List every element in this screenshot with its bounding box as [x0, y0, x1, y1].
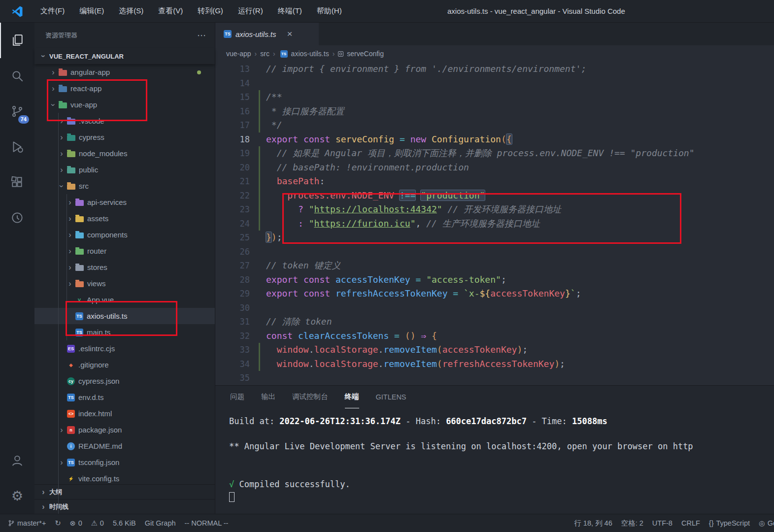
- chevron-right-icon[interactable]: ›: [58, 426, 66, 434]
- code-line-17[interactable]: 17 */: [215, 118, 774, 133]
- code-line-34[interactable]: 34 window.localStorage.removeItem(refres…: [215, 357, 774, 371]
- code-line-16[interactable]: 16 * 接口服务器配置: [215, 104, 774, 119]
- tree-item-.gitignore[interactable]: ◆.gitignore: [34, 357, 215, 373]
- accounts-icon[interactable]: [0, 443, 34, 478]
- chevron-down-icon[interactable]: ›: [49, 101, 58, 109]
- code-editor[interactable]: 13// import { environment } from './envi…: [215, 62, 774, 385]
- line-number[interactable]: 23: [215, 202, 250, 217]
- tree-item-vue-app[interactable]: ›vue-app: [34, 97, 215, 113]
- line-number[interactable]: 22: [215, 189, 250, 203]
- tree-item-.eslintrc.cjs[interactable]: ES.eslintrc.cjs: [34, 340, 215, 357]
- line-number[interactable]: 17: [215, 118, 250, 133]
- tree-item-src[interactable]: ›src: [34, 178, 215, 194]
- extensions-icon[interactable]: [0, 165, 34, 200]
- chevron-right-icon[interactable]: ›: [66, 231, 74, 239]
- status-warnings[interactable]: ⚠0: [91, 519, 104, 527]
- chevron-right-icon[interactable]: ›: [49, 84, 57, 93]
- line-number[interactable]: 16: [215, 104, 250, 119]
- timeline-section[interactable]: › 时间线: [34, 499, 215, 514]
- menu-go[interactable]: 转到(G): [192, 4, 229, 18]
- tree-item-tsconfig.json[interactable]: ›TStsconfig.json: [34, 454, 215, 470]
- line-number[interactable]: 13: [215, 62, 250, 76]
- line-number[interactable]: 24: [215, 217, 250, 231]
- more-actions-icon[interactable]: ⋯: [197, 30, 207, 41]
- source-control-icon[interactable]: 74: [0, 94, 34, 129]
- tree-item-package.json[interactable]: ›npackage.json: [34, 422, 215, 438]
- tree-item-components[interactable]: ›components: [34, 227, 215, 243]
- chevron-right-icon[interactable]: ›: [58, 458, 66, 467]
- breadcrumb-src[interactable]: src: [260, 50, 269, 58]
- status-eol[interactable]: CRLF: [681, 519, 700, 527]
- code-line-32[interactable]: 32const clearAccessTokens = () ⇒ {: [215, 329, 774, 343]
- code-line-28[interactable]: 28export const accessTokenKey = "access-…: [215, 273, 774, 287]
- code-line-31[interactable]: 31// 清除 token: [215, 315, 774, 329]
- tree-item-index.html[interactable]: <>index.html: [34, 405, 215, 422]
- panel-tab-problems[interactable]: 问题: [230, 386, 244, 408]
- breadcrumb-serveConfig[interactable]: serveConfig: [347, 50, 384, 58]
- menu-view[interactable]: 查看(V): [152, 4, 189, 18]
- code-line-33[interactable]: 33 window.localStorage.removeItem(access…: [215, 343, 774, 357]
- line-number[interactable]: 14: [215, 76, 250, 91]
- menu-selection[interactable]: 选择(S): [113, 4, 149, 18]
- status-encoding[interactable]: UTF-8: [652, 519, 673, 527]
- status-go-live[interactable]: ◎Go: [759, 519, 774, 527]
- code-line-30[interactable]: 30: [215, 301, 774, 315]
- line-number[interactable]: 34: [215, 357, 250, 371]
- panel-tab-gitlens[interactable]: GITLENS: [376, 386, 406, 408]
- tree-item-react-app[interactable]: ›react-app: [34, 80, 215, 97]
- code-line-19[interactable]: 19 // 如果是 Angular 项目，则取消下面注释，并删除 process…: [215, 146, 774, 161]
- terminal[interactable]: Build at: 2022-06-26T12:31:36.174Z - Has…: [215, 408, 774, 514]
- chevron-right-icon[interactable]: ›: [58, 166, 66, 174]
- tree-item-cypress[interactable]: ›cypress: [34, 129, 215, 145]
- chevron-right-icon[interactable]: ›: [66, 263, 74, 272]
- menu-help[interactable]: 帮助(H): [311, 4, 348, 18]
- line-number[interactable]: 30: [215, 301, 250, 315]
- tree-item-router[interactable]: ›router: [34, 243, 215, 259]
- tree-item-public[interactable]: ›public: [34, 162, 215, 178]
- close-tab-icon[interactable]: ×: [287, 29, 293, 39]
- menu-terminal[interactable]: 终端(T): [272, 4, 308, 18]
- code-line-13[interactable]: 13// import { environment } from './envi…: [215, 62, 774, 76]
- code-line-15[interactable]: 15/**: [215, 90, 774, 104]
- chevron-right-icon[interactable]: ›: [66, 247, 74, 256]
- gitlens-icon[interactable]: [0, 200, 34, 235]
- code-line-27[interactable]: 27// token 键定义: [215, 259, 774, 273]
- line-number[interactable]: 15: [215, 90, 250, 104]
- line-number[interactable]: 27: [215, 259, 250, 273]
- chevron-right-icon[interactable]: ›: [58, 117, 66, 126]
- line-number[interactable]: 19: [215, 146, 250, 161]
- status-git-graph[interactable]: Git Graph: [145, 519, 176, 527]
- tab-axios-utils[interactable]: TS axios-utils.ts ×: [215, 23, 319, 45]
- panel-tab-output[interactable]: 输出: [261, 386, 275, 408]
- chevron-right-icon[interactable]: ›: [66, 214, 74, 223]
- explorer-icon[interactable]: [0, 23, 34, 58]
- tree-item-stores[interactable]: ›stores: [34, 259, 215, 275]
- line-number[interactable]: 32: [215, 329, 250, 343]
- code-line-23[interactable]: 23 ? "https://localhost:44342" // 开发环境服务…: [215, 202, 774, 217]
- status-sync[interactable]: ↻: [55, 519, 61, 527]
- status-cursor-position[interactable]: 行 18, 列 46: [574, 519, 612, 528]
- run-debug-icon[interactable]: [0, 129, 34, 165]
- breadcrumb-vue-app[interactable]: vue-app: [226, 50, 251, 58]
- code-line-26[interactable]: 26: [215, 245, 774, 259]
- tree-item-README.md[interactable]: iREADME.md: [34, 438, 215, 454]
- menu-run[interactable]: 运行(R): [232, 4, 269, 18]
- chevron-right-icon[interactable]: ›: [58, 149, 66, 158]
- status-vim-mode[interactable]: -- NORMAL --: [185, 519, 229, 527]
- chevron-right-icon[interactable]: ›: [66, 198, 74, 207]
- code-line-18[interactable]: 18export const serveConfig = new Configu…: [215, 133, 774, 147]
- code-line-22[interactable]: 22 process.env.NODE_ENV !== "production": [215, 189, 774, 203]
- line-number[interactable]: 35: [215, 371, 250, 385]
- tree-item-api-services[interactable]: ›api-services: [34, 194, 215, 210]
- tree-item-assets[interactable]: ›assets: [34, 210, 215, 227]
- tree-item-angular-app[interactable]: ›angular-app: [34, 64, 215, 80]
- status-errors[interactable]: ⊗0: [70, 519, 82, 527]
- tree-item-node_modules[interactable]: ›node_modules: [34, 145, 215, 162]
- status-language[interactable]: {}TypeScript: [709, 519, 750, 527]
- chevron-right-icon[interactable]: ›: [49, 68, 57, 77]
- line-number[interactable]: 29: [215, 287, 250, 301]
- tree-item-axios-utils.ts[interactable]: TSaxios-utils.ts: [34, 308, 215, 324]
- line-number[interactable]: 20: [215, 161, 250, 175]
- panel-tab-debug-console[interactable]: 调试控制台: [292, 386, 328, 408]
- line-number[interactable]: 28: [215, 273, 250, 287]
